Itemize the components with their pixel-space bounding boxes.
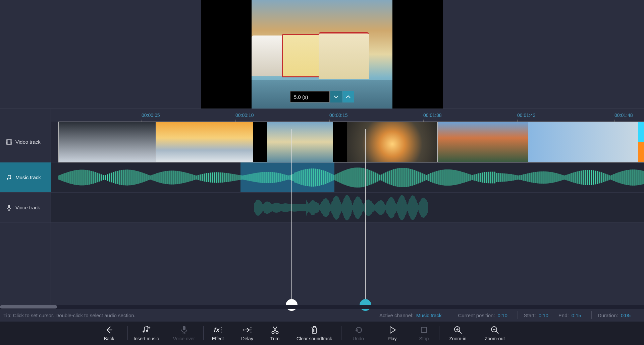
- film-icon: [6, 139, 12, 145]
- duration-decrease-button[interactable]: [330, 91, 342, 102]
- video-thumbnail[interactable]: [638, 122, 644, 162]
- svg-line-1173: [459, 331, 462, 334]
- video-clip-strip[interactable]: [58, 122, 644, 162]
- status-bar: Tip: Click to set cursor. Double-click t…: [0, 309, 644, 322]
- svg-rect-1150: [183, 326, 185, 330]
- svg-line-1177: [496, 331, 498, 334]
- svg-point-9: [7, 178, 8, 179]
- zoom-in-icon: [453, 325, 463, 335]
- ruler-tick: 00:00:15: [329, 109, 348, 122]
- svg-point-1163: [276, 332, 278, 334]
- undo-button: Undo: [341, 322, 375, 345]
- stop-icon: [419, 325, 429, 335]
- voice-track-header[interactable]: Voice track: [0, 193, 51, 223]
- music-note-icon: [6, 175, 12, 181]
- video-thumbnail[interactable]: [156, 122, 253, 162]
- svg-point-1159: [251, 327, 252, 328]
- svg-rect-1166: [312, 328, 316, 333]
- svg-line-1164: [274, 327, 277, 332]
- video-thumbnail[interactable]: [438, 122, 528, 162]
- zoom-in-button[interactable]: Zoom-in: [439, 322, 476, 345]
- video-lane[interactable]: [51, 122, 644, 162]
- voice-lane[interactable]: [51, 193, 644, 223]
- svg-point-1146: [143, 331, 145, 333]
- video-thumbnail[interactable]: [253, 122, 347, 162]
- voice-over-button: Voice over: [165, 322, 203, 345]
- chevron-up-icon: [345, 94, 351, 99]
- video-track-label: Video track: [15, 139, 41, 145]
- voice-waveform: [254, 195, 428, 221]
- microphone-icon: [6, 205, 12, 211]
- stop-button: Stop: [409, 322, 439, 345]
- voice-track-label: Voice track: [15, 205, 40, 210]
- video-thumbnail[interactable]: [528, 122, 638, 162]
- svg-rect-1168: [313, 327, 315, 328]
- svg-point-1155: [220, 330, 221, 331]
- play-icon: [387, 325, 397, 335]
- delay-icon: [243, 325, 252, 335]
- active-channel-label: Active channel:: [379, 313, 414, 318]
- effect-button[interactable]: fx Effect: [204, 322, 232, 345]
- active-channel-value: Music track: [416, 313, 442, 318]
- music-lane[interactable]: [51, 162, 644, 193]
- preview-video-area: [201, 0, 443, 109]
- duration-control: [290, 91, 354, 102]
- end-value: 0:15: [572, 313, 581, 318]
- back-button[interactable]: Back: [91, 322, 127, 345]
- svg-rect-1171: [421, 327, 427, 333]
- svg-point-1157: [243, 329, 245, 331]
- ruler-tick: 00:00:10: [235, 109, 254, 122]
- music-track-header[interactable]: Music track: [0, 162, 51, 193]
- end-label: End:: [558, 313, 569, 318]
- trim-button[interactable]: Trim: [262, 322, 287, 345]
- music-track-label: Music track: [15, 175, 41, 180]
- video-thumbnail[interactable]: [59, 122, 156, 162]
- svg-rect-11: [8, 205, 10, 208]
- music-waveform: [58, 167, 644, 188]
- clear-soundtrack-button[interactable]: Clear soundtrack: [287, 322, 341, 345]
- svg-point-1160: [251, 330, 252, 331]
- timeline-scrollbar[interactable]: [0, 305, 644, 309]
- start-value: 0:10: [539, 313, 548, 318]
- undo-icon: [354, 325, 363, 335]
- svg-line-1165: [273, 327, 276, 332]
- current-position-label: Current position:: [458, 313, 495, 318]
- delay-button[interactable]: Delay: [232, 322, 262, 345]
- chevron-down-icon: [333, 94, 339, 99]
- start-label: Start:: [524, 313, 536, 318]
- ruler-tick: 00:01:38: [423, 109, 442, 122]
- insert-music-button[interactable]: Insert music: [128, 322, 165, 345]
- arrow-left-icon: [104, 325, 114, 335]
- fx-icon: fx: [213, 325, 223, 335]
- video-thumbnail[interactable]: [347, 122, 438, 162]
- svg-point-1154: [220, 327, 221, 328]
- duration-input[interactable]: [290, 91, 330, 102]
- svg-text:fx: fx: [214, 326, 219, 333]
- timeline: 00:00:05 00:00:10 00:00:15 00:01:38 00:0…: [0, 109, 644, 322]
- bottom-toolbar: Back Insert music Voice over fx Effect: [0, 322, 644, 345]
- zoom-out-button[interactable]: Zoom-out: [476, 322, 513, 345]
- scrollbar-thumb[interactable]: [0, 305, 57, 308]
- svg-point-10: [9, 178, 11, 179]
- ruler-tick: 00:01:43: [517, 109, 536, 122]
- duration-label: Duration:: [598, 313, 618, 318]
- svg-point-1162: [272, 332, 274, 334]
- duration-value: 0:05: [621, 313, 631, 318]
- preview-panel: [0, 0, 644, 109]
- duration-increase-button[interactable]: [342, 91, 354, 102]
- ruler-tick: 00:01:48: [614, 109, 633, 122]
- zoom-out-icon: [490, 325, 499, 335]
- track-lanes[interactable]: [51, 122, 644, 305]
- current-position-value: 0:10: [498, 313, 507, 318]
- microphone-icon: [179, 325, 189, 335]
- music-plus-icon: [142, 325, 151, 335]
- play-button[interactable]: Play: [375, 322, 409, 345]
- svg-point-1156: [220, 332, 221, 333]
- svg-point-1161: [251, 332, 252, 333]
- video-track-header[interactable]: Video track: [0, 122, 51, 162]
- status-tip: Tip: Click to set cursor. Double-click t…: [3, 313, 136, 318]
- scissors-icon: [270, 325, 280, 335]
- time-ruler[interactable]: 00:00:05 00:00:10 00:00:15 00:01:38 00:0…: [0, 109, 644, 122]
- svg-point-1147: [146, 330, 148, 332]
- trash-icon: [310, 325, 319, 335]
